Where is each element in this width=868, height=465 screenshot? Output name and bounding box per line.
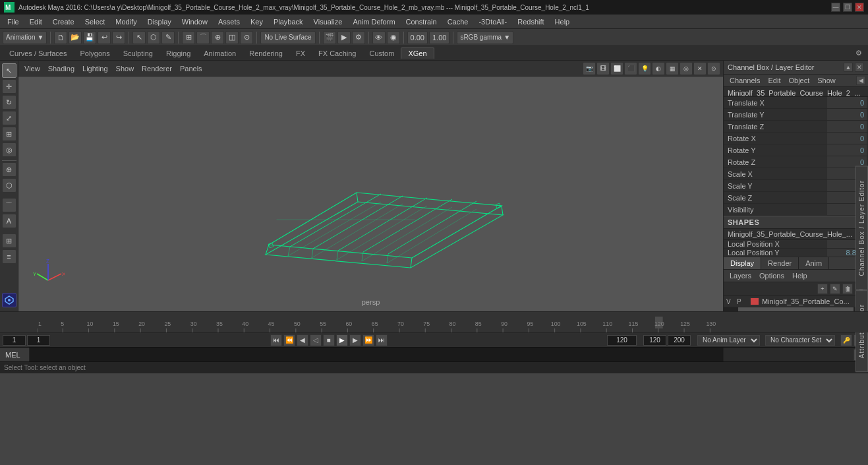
menu-help[interactable]: Help <box>550 16 575 27</box>
timeline-ruler[interactable]: 1 5 10 15 20 25 30 35 40 45 50 55 60 <box>37 311 723 332</box>
mode-dropdown[interactable]: Animation ▼ <box>3 31 47 44</box>
next-frame-button[interactable]: ▶ <box>349 334 361 346</box>
prev-frame-button[interactable]: ◀ <box>297 334 308 346</box>
layer-color-swatch[interactable] <box>750 297 759 305</box>
vp-menu-lighting[interactable]: Lighting <box>79 63 111 74</box>
layers-menu[interactable]: Layers <box>726 271 755 280</box>
maximize-button[interactable]: ❐ <box>843 3 852 12</box>
tab-animation[interactable]: Animation <box>197 48 243 59</box>
tab-fx-caching[interactable]: FX Caching <box>312 48 362 59</box>
minimize-button[interactable]: — <box>831 3 840 12</box>
menu-visualize[interactable]: Visualize <box>309 16 347 27</box>
lasso-button[interactable]: ⬡ <box>2 178 16 193</box>
vp-camera-icon[interactable]: 📷 <box>583 62 596 75</box>
play-forward-button[interactable]: ▶ <box>336 334 348 346</box>
snap-point-button[interactable]: ⊕ <box>211 31 224 44</box>
side-tab-channel-box[interactable]: Channel Box / Layer Editor <box>855 166 868 290</box>
move-tool-button[interactable]: ✛ <box>2 79 16 94</box>
vp-shadow-icon[interactable]: ◐ <box>652 62 665 75</box>
menu-playback[interactable]: Playback <box>269 16 308 27</box>
menu-window[interactable]: Window <box>177 16 212 27</box>
ipr-render-button[interactable]: ▶ <box>337 31 351 44</box>
panel-close-button[interactable]: ✕ <box>855 63 864 72</box>
select-mode-button[interactable]: ↖ <box>132 31 146 44</box>
snap-live-button[interactable]: ⊙ <box>240 31 253 44</box>
vp-isolate-icon[interactable]: ⊙ <box>707 62 720 75</box>
menu-select[interactable]: Select <box>80 16 110 27</box>
show-hide-button[interactable]: 👁 <box>372 31 386 44</box>
vp-wireframe-icon[interactable]: ⬜ <box>610 62 623 75</box>
range-end-input[interactable] <box>607 335 637 346</box>
new-scene-button[interactable]: 🗋 <box>54 31 67 44</box>
channel-translate-x[interactable]: Translate X 0 <box>724 97 868 109</box>
layer-create-icon[interactable]: + <box>817 284 828 294</box>
menu-modify[interactable]: Modify <box>111 16 141 27</box>
channel-rotate-z[interactable]: Rotate Z 0 <box>724 156 868 168</box>
viewport-canvas[interactable]: X Y Z persp <box>18 77 723 311</box>
current-frame-input[interactable] <box>3 335 26 346</box>
menu-constrain[interactable]: Constrain <box>401 16 442 27</box>
vp-menu-shading[interactable]: Shading <box>45 63 78 74</box>
rotate-tool-button[interactable]: ↻ <box>2 95 16 109</box>
channel-rotate-y[interactable]: Rotate Y 0 <box>724 144 868 156</box>
open-scene-button[interactable]: 📂 <box>69 31 82 44</box>
channel-scale-y[interactable]: Scale Y 1 <box>724 180 868 192</box>
tab-polygons[interactable]: Polygons <box>73 48 116 59</box>
step-forward-button[interactable]: ⏩ <box>362 334 374 346</box>
render-view-button[interactable]: 🎬 <box>323 31 336 44</box>
dtab-anim[interactable]: Anim <box>799 257 829 269</box>
no-live-surface-button[interactable]: No Live Surface <box>260 31 315 44</box>
grid-button[interactable]: ⊞ <box>2 233 16 248</box>
channel-local-pos-y[interactable]: Local Position Y 8.818 <box>724 249 868 257</box>
tab-curves-surfaces[interactable]: Curves / Surfaces <box>3 48 73 59</box>
snap-grid-button[interactable]: ⊞ <box>182 31 195 44</box>
stop-button[interactable]: ■ <box>323 334 335 346</box>
collapse-button[interactable]: ◀ <box>856 76 865 85</box>
layer-visibility-toggle[interactable]: V <box>726 298 737 305</box>
timeline-area[interactable]: 1 5 10 15 20 25 30 35 40 45 50 55 60 <box>0 311 868 332</box>
menu-create[interactable]: Create <box>48 16 79 27</box>
anim-end-display[interactable] <box>668 335 691 346</box>
go-to-end-button[interactable]: ⏭ <box>376 334 388 346</box>
cb-edit-menu[interactable]: Edit <box>765 76 784 85</box>
auto-key-button[interactable]: 🔑 <box>840 334 852 346</box>
layer-playback-toggle[interactable]: P <box>737 298 747 305</box>
tab-settings-icon[interactable]: ⚙ <box>852 47 865 60</box>
command-input[interactable] <box>30 348 723 361</box>
channel-translate-y[interactable]: Translate Y 0 <box>724 109 868 121</box>
align-button[interactable]: ≡ <box>2 249 16 264</box>
gamma-dropdown[interactable]: sRGB gamma ▼ <box>457 31 513 44</box>
xgen-button[interactable] <box>2 293 16 307</box>
vp-menu-view[interactable]: View <box>21 63 43 74</box>
tab-rigging[interactable]: Rigging <box>159 48 197 59</box>
dtab-display[interactable]: Display <box>724 257 761 269</box>
step-back-button[interactable]: ⏪ <box>283 334 295 346</box>
universal-manip-button[interactable]: ⊞ <box>2 127 16 141</box>
layer-edit-icon[interactable]: ✎ <box>830 284 840 294</box>
close-button[interactable]: ✕ <box>855 3 864 12</box>
menu-key[interactable]: Key <box>246 16 268 27</box>
char-set-dropdown[interactable]: No Character Set <box>765 335 835 346</box>
menu-file[interactable]: File <box>3 16 24 27</box>
tab-fx[interactable]: FX <box>289 48 312 59</box>
render-settings-button[interactable]: ⚙ <box>352 31 365 44</box>
snap-curve-button[interactable]: ⌒ <box>196 31 210 44</box>
vp-texture-icon[interactable]: ▦ <box>666 62 679 75</box>
play-back-button[interactable]: ◁ <box>310 334 322 346</box>
isolate-button[interactable]: ◉ <box>387 31 400 44</box>
show-manip-button[interactable]: ⊕ <box>2 162 16 177</box>
help-menu[interactable]: Help <box>789 271 811 280</box>
vp-smooth-icon[interactable]: ⬛ <box>624 62 637 75</box>
channel-translate-z[interactable]: Translate Z 0 <box>724 121 868 133</box>
channel-rotate-x[interactable]: Rotate X 0 <box>724 133 868 144</box>
go-to-start-button[interactable]: ⏮ <box>270 334 282 346</box>
vp-ao-icon[interactable]: ◎ <box>680 62 693 75</box>
channel-local-pos-x[interactable]: Local Position X 0 <box>724 240 868 249</box>
tab-rendering[interactable]: Rendering <box>243 48 289 59</box>
menu-redshift[interactable]: Redshift <box>513 16 548 27</box>
snap-view-button[interactable]: ◫ <box>225 31 239 44</box>
menu-anim-deform[interactable]: Anim Deform <box>348 16 399 27</box>
tab-xgen[interactable]: XGen <box>401 47 434 59</box>
undo-button[interactable]: ↩ <box>98 31 111 44</box>
vp-xray-icon[interactable]: ✕ <box>693 62 707 75</box>
